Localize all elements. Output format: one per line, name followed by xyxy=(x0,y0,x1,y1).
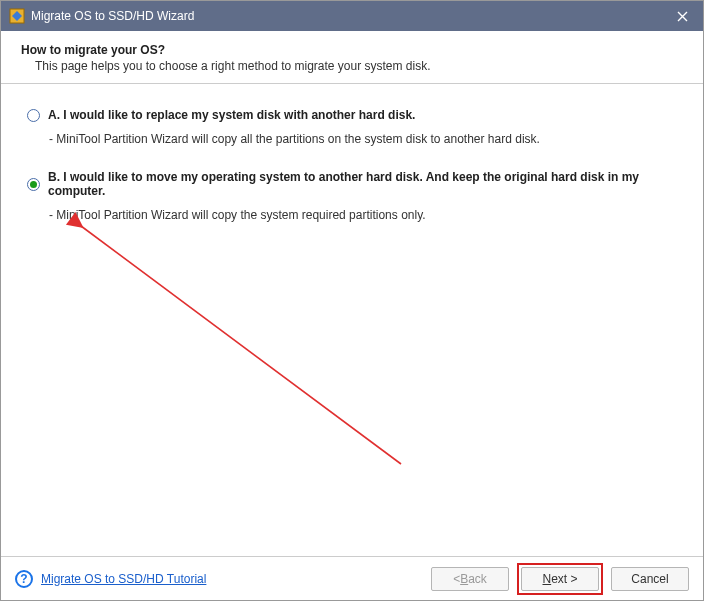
page-title: How to migrate your OS? xyxy=(21,43,683,57)
app-icon xyxy=(9,8,25,24)
page-subtitle: This page helps you to choose a right me… xyxy=(21,59,683,73)
back-suffix: ack xyxy=(468,572,487,586)
back-button[interactable]: < Back xyxy=(431,567,509,591)
option-b-desc: - MiniTool Partition Wizard will copy th… xyxy=(49,208,677,222)
option-a: A. I would like to replace my system dis… xyxy=(27,108,677,146)
window-title: Migrate OS to SSD/HD Wizard xyxy=(31,9,669,23)
wizard-header: How to migrate your OS? This page helps … xyxy=(1,31,703,84)
svg-line-1 xyxy=(81,226,401,464)
tutorial-link[interactable]: Migrate OS to SSD/HD Tutorial xyxy=(41,572,206,586)
option-b: B. I would like to move my operating sys… xyxy=(27,170,677,222)
next-button[interactable]: Next > xyxy=(521,567,599,591)
next-button-highlight: Next > xyxy=(517,563,603,595)
wizard-footer: ? Migrate OS to SSD/HD Tutorial < Back N… xyxy=(1,556,703,600)
option-a-desc: - MiniTool Partition Wizard will copy al… xyxy=(49,132,677,146)
help-icon[interactable]: ? xyxy=(15,570,33,588)
annotation-arrow xyxy=(1,84,681,554)
back-ul: B xyxy=(460,572,468,586)
radio-a[interactable] xyxy=(27,109,40,122)
wizard-content: A. I would like to replace my system dis… xyxy=(1,84,703,554)
option-a-radio-row[interactable]: A. I would like to replace my system dis… xyxy=(27,108,677,122)
option-a-label: A. I would like to replace my system dis… xyxy=(48,108,415,122)
option-b-radio-row[interactable]: B. I would like to move my operating sys… xyxy=(27,170,677,198)
option-b-label: B. I would like to move my operating sys… xyxy=(48,170,677,198)
radio-b[interactable] xyxy=(27,178,40,191)
back-prefix: < xyxy=(453,572,460,586)
next-ul: N xyxy=(542,572,551,586)
cancel-button[interactable]: Cancel xyxy=(611,567,689,591)
titlebar: Migrate OS to SSD/HD Wizard xyxy=(1,1,703,31)
next-suffix: ext > xyxy=(551,572,577,586)
close-icon[interactable] xyxy=(669,5,695,27)
